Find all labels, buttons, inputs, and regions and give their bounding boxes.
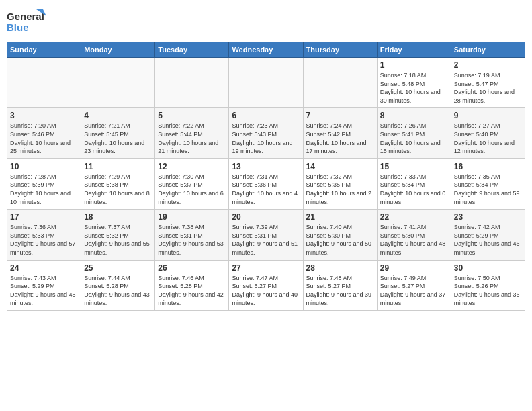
calendar-week-1: 3Sunrise: 7:20 AM Sunset: 5:46 PM Daylig…	[7, 108, 525, 158]
day-number: 28	[306, 263, 374, 273]
calendar-cell: 5Sunrise: 7:22 AM Sunset: 5:44 PM Daylig…	[155, 108, 229, 158]
weekday-header-sunday: Sunday	[7, 42, 81, 58]
day-info: Sunrise: 7:19 AM Sunset: 5:47 PM Dayligh…	[454, 71, 522, 105]
day-info: Sunrise: 7:28 AM Sunset: 5:39 PM Dayligh…	[10, 173, 78, 206]
day-number: 19	[158, 212, 226, 222]
calendar-cell: 11Sunrise: 7:29 AM Sunset: 5:38 PM Dayli…	[81, 158, 155, 209]
calendar-cell: 24Sunrise: 7:43 AM Sunset: 5:29 PM Dayli…	[7, 260, 81, 310]
calendar-cell: 12Sunrise: 7:30 AM Sunset: 5:37 PM Dayli…	[155, 158, 229, 209]
calendar-cell: 6Sunrise: 7:23 AM Sunset: 5:43 PM Daylig…	[229, 108, 303, 158]
calendar-cell: 13Sunrise: 7:31 AM Sunset: 5:36 PM Dayli…	[229, 158, 303, 209]
header: General Blue	[7, 7, 525, 36]
calendar-cell: 4Sunrise: 7:21 AM Sunset: 5:45 PM Daylig…	[81, 108, 155, 158]
day-info: Sunrise: 7:37 AM Sunset: 5:32 PM Dayligh…	[84, 223, 152, 257]
day-number: 26	[158, 263, 226, 273]
calendar-cell: 23Sunrise: 7:42 AM Sunset: 5:29 PM Dayli…	[451, 210, 525, 260]
day-info: Sunrise: 7:47 AM Sunset: 5:27 PM Dayligh…	[232, 274, 300, 308]
day-number: 17	[10, 212, 78, 222]
day-info: Sunrise: 7:38 AM Sunset: 5:31 PM Dayligh…	[158, 223, 226, 257]
day-number: 18	[84, 212, 152, 222]
calendar-cell: 10Sunrise: 7:28 AM Sunset: 5:39 PM Dayli…	[7, 158, 81, 209]
calendar-cell: 25Sunrise: 7:44 AM Sunset: 5:28 PM Dayli…	[81, 260, 155, 310]
calendar-cell: 9Sunrise: 7:27 AM Sunset: 5:40 PM Daylig…	[451, 108, 525, 158]
calendar-cell: 18Sunrise: 7:37 AM Sunset: 5:32 PM Dayli…	[81, 210, 155, 260]
svg-text:Blue: Blue	[7, 21, 29, 33]
calendar-cell: 3Sunrise: 7:20 AM Sunset: 5:46 PM Daylig…	[7, 108, 81, 158]
calendar-cell: 20Sunrise: 7:39 AM Sunset: 5:31 PM Dayli…	[229, 210, 303, 260]
day-number: 11	[84, 162, 152, 171]
weekday-header-friday: Friday	[377, 42, 451, 58]
day-info: Sunrise: 7:41 AM Sunset: 5:30 PM Dayligh…	[380, 223, 448, 257]
svg-text:General: General	[7, 11, 44, 22]
day-number: 30	[454, 263, 522, 273]
day-number: 10	[10, 162, 78, 171]
calendar-cell: 14Sunrise: 7:32 AM Sunset: 5:35 PM Dayli…	[303, 158, 377, 209]
day-info: Sunrise: 7:30 AM Sunset: 5:37 PM Dayligh…	[158, 173, 226, 206]
calendar-cell: 26Sunrise: 7:46 AM Sunset: 5:28 PM Dayli…	[155, 260, 229, 310]
day-number: 3	[10, 111, 78, 120]
calendar-table: SundayMondayTuesdayWednesdayThursdayFrid…	[7, 42, 525, 311]
calendar-cell: 17Sunrise: 7:36 AM Sunset: 5:33 PM Dayli…	[7, 210, 81, 260]
calendar-cell	[229, 58, 303, 108]
calendar-cell: 8Sunrise: 7:26 AM Sunset: 5:41 PM Daylig…	[377, 108, 451, 158]
day-info: Sunrise: 7:22 AM Sunset: 5:44 PM Dayligh…	[158, 122, 226, 155]
day-number: 2	[454, 60, 522, 70]
day-info: Sunrise: 7:48 AM Sunset: 5:27 PM Dayligh…	[306, 274, 374, 308]
calendar-cell	[7, 58, 81, 108]
day-number: 29	[380, 263, 448, 273]
day-info: Sunrise: 7:35 AM Sunset: 5:34 PM Dayligh…	[454, 173, 522, 206]
day-number: 13	[232, 162, 300, 171]
calendar-cell: 7Sunrise: 7:24 AM Sunset: 5:42 PM Daylig…	[303, 108, 377, 158]
weekday-header-wednesday: Wednesday	[229, 42, 303, 58]
calendar-cell: 21Sunrise: 7:40 AM Sunset: 5:30 PM Dayli…	[303, 210, 377, 260]
day-number: 12	[158, 162, 226, 171]
day-info: Sunrise: 7:44 AM Sunset: 5:28 PM Dayligh…	[84, 274, 152, 308]
day-number: 23	[454, 212, 522, 222]
day-number: 4	[84, 111, 152, 120]
calendar-cell	[155, 58, 229, 108]
calendar-cell: 1Sunrise: 7:18 AM Sunset: 5:48 PM Daylig…	[377, 58, 451, 108]
day-info: Sunrise: 7:32 AM Sunset: 5:35 PM Dayligh…	[306, 173, 374, 206]
day-number: 5	[158, 111, 226, 120]
weekday-header-row: SundayMondayTuesdayWednesdayThursdayFrid…	[7, 42, 525, 58]
day-info: Sunrise: 7:40 AM Sunset: 5:30 PM Dayligh…	[306, 223, 374, 257]
day-info: Sunrise: 7:20 AM Sunset: 5:46 PM Dayligh…	[10, 122, 78, 155]
calendar-cell: 28Sunrise: 7:48 AM Sunset: 5:27 PM Dayli…	[303, 260, 377, 310]
weekday-header-monday: Monday	[81, 42, 155, 58]
day-number: 25	[84, 263, 152, 273]
day-info: Sunrise: 7:50 AM Sunset: 5:26 PM Dayligh…	[454, 274, 522, 308]
calendar-cell: 2Sunrise: 7:19 AM Sunset: 5:47 PM Daylig…	[451, 58, 525, 108]
calendar-week-3: 17Sunrise: 7:36 AM Sunset: 5:33 PM Dayli…	[7, 210, 525, 260]
calendar-cell: 22Sunrise: 7:41 AM Sunset: 5:30 PM Dayli…	[377, 210, 451, 260]
day-info: Sunrise: 7:27 AM Sunset: 5:40 PM Dayligh…	[454, 122, 522, 155]
day-number: 8	[380, 111, 448, 120]
calendar-cell: 16Sunrise: 7:35 AM Sunset: 5:34 PM Dayli…	[451, 158, 525, 209]
calendar-cell: 30Sunrise: 7:50 AM Sunset: 5:26 PM Dayli…	[451, 260, 525, 310]
calendar-cell: 29Sunrise: 7:49 AM Sunset: 5:27 PM Dayli…	[377, 260, 451, 310]
calendar-week-0: 1Sunrise: 7:18 AM Sunset: 5:48 PM Daylig…	[7, 58, 525, 108]
weekday-header-thursday: Thursday	[303, 42, 377, 58]
day-number: 24	[10, 263, 78, 273]
day-info: Sunrise: 7:18 AM Sunset: 5:48 PM Dayligh…	[380, 71, 448, 105]
logo-icon: General Blue	[7, 7, 47, 36]
day-number: 21	[306, 212, 374, 222]
calendar-cell: 19Sunrise: 7:38 AM Sunset: 5:31 PM Dayli…	[155, 210, 229, 260]
calendar-cell	[303, 58, 377, 108]
day-info: Sunrise: 7:36 AM Sunset: 5:33 PM Dayligh…	[10, 223, 78, 257]
day-number: 20	[232, 212, 300, 222]
day-number: 22	[380, 212, 448, 222]
day-info: Sunrise: 7:23 AM Sunset: 5:43 PM Dayligh…	[232, 122, 300, 155]
day-number: 16	[454, 162, 522, 171]
day-number: 1	[380, 60, 448, 70]
day-info: Sunrise: 7:46 AM Sunset: 5:28 PM Dayligh…	[158, 274, 226, 308]
day-info: Sunrise: 7:49 AM Sunset: 5:27 PM Dayligh…	[380, 274, 448, 308]
calendar-cell	[81, 58, 155, 108]
page: General Blue SundayMondayTuesdayWednesda…	[0, 0, 532, 411]
day-number: 6	[232, 111, 300, 120]
day-info: Sunrise: 7:26 AM Sunset: 5:41 PM Dayligh…	[380, 122, 448, 155]
day-info: Sunrise: 7:24 AM Sunset: 5:42 PM Dayligh…	[306, 122, 374, 155]
calendar-week-2: 10Sunrise: 7:28 AM Sunset: 5:39 PM Dayli…	[7, 158, 525, 209]
day-info: Sunrise: 7:33 AM Sunset: 5:34 PM Dayligh…	[380, 173, 448, 206]
weekday-header-saturday: Saturday	[451, 42, 525, 58]
day-info: Sunrise: 7:31 AM Sunset: 5:36 PM Dayligh…	[232, 173, 300, 206]
